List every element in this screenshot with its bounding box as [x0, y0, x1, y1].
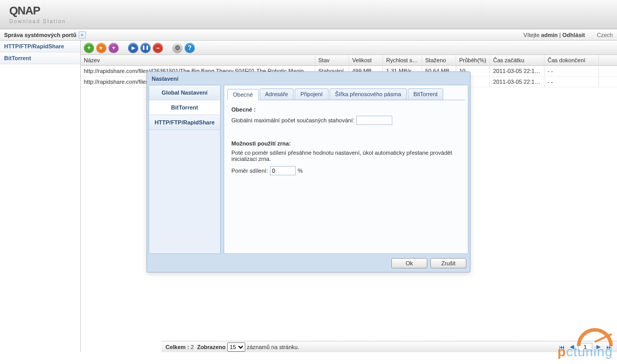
settings-dialog: Nastavení Global Nastavení BitTorrent HT…: [147, 71, 470, 272]
last-page-icon[interactable]: ⏭: [605, 343, 613, 351]
brand-logo: QNAP: [9, 4, 608, 17]
rss-icon[interactable]: ᯤ: [96, 43, 106, 53]
current-user: admin: [541, 32, 557, 38]
tab-bandwidth[interactable]: Šířka přenosového pásma: [330, 88, 407, 100]
col-speed[interactable]: Rychlost stahov...: [383, 55, 422, 65]
col-name[interactable]: Název: [81, 55, 315, 65]
sidebar-item-bittorrent[interactable]: BitTorrent: [0, 52, 80, 64]
share-ratio-input[interactable]: [270, 166, 296, 175]
records-suffix: záznamů na stránku.: [247, 344, 299, 350]
content-area: + ᯤ + ▶ ❚❚ – ⚙ ? Název Stav Velikost Ryc…: [81, 41, 617, 352]
ok-button[interactable]: Ok: [391, 258, 427, 268]
dialog-nav: Global Nastavení BitTorrent HTTP/FTP/Rap…: [149, 85, 221, 254]
collapse-sidebar-button[interactable]: «: [79, 31, 86, 39]
dialog-title: Nastavení: [149, 74, 468, 85]
toolbar: + ᯤ + ▶ ❚❚ – ⚙ ?: [81, 41, 617, 55]
add-url-icon[interactable]: +: [108, 43, 119, 53]
brand-subtitle: Download Station: [9, 19, 608, 24]
cell: - -: [545, 66, 599, 76]
shown-label: Zobrazeno: [197, 344, 226, 350]
page-number-input[interactable]: [578, 343, 592, 351]
dlg-nav-http[interactable]: HTTP/FTP/RapidShare: [149, 115, 220, 130]
settings-icon[interactable]: ⚙: [172, 43, 183, 53]
dialog-main: Obecné Adresáře Připojení Šířka přenosov…: [224, 85, 468, 254]
share-ratio-suffix: %: [298, 168, 303, 174]
app-header: QNAP Download Station: [0, 0, 617, 29]
dlg-nav-bittorrent[interactable]: BitTorrent: [149, 100, 220, 115]
tab-general[interactable]: Obecné: [227, 89, 259, 100]
tab-directories[interactable]: Adresáře: [260, 88, 294, 100]
page-size-select[interactable]: 15: [227, 342, 245, 352]
prev-page-icon[interactable]: ◀: [568, 343, 576, 351]
dialog-tabs: Obecné Adresáře Připojení Šířka přenosov…: [227, 88, 465, 100]
next-page-icon[interactable]: ▶: [594, 343, 603, 351]
total-label: Celkem :: [166, 344, 189, 350]
logout-link[interactable]: Odhlásit: [562, 32, 585, 38]
cell: - -: [545, 77, 599, 87]
table-header: Název Stav Velikost Rychlost stahov... S…: [81, 55, 617, 66]
cell: 2011-03-05 22:13:59: [490, 66, 545, 76]
add-icon[interactable]: +: [84, 43, 94, 53]
status-bar: Celkem : 2 Zobrazeno 15 záznamů na strán…: [161, 341, 617, 352]
remove-icon[interactable]: –: [153, 43, 163, 53]
sidebar: HTTP/FTP/RapidShare BitTorrent: [0, 41, 81, 352]
pause-icon[interactable]: ❚❚: [140, 43, 151, 53]
pager: ⏮ ◀ ▶ ⏭: [557, 343, 613, 351]
section-seed-title: Možnosti použití zrna:: [231, 140, 465, 147]
col-start[interactable]: Čas začátku: [490, 55, 545, 65]
cancel-button[interactable]: Zrušit: [430, 258, 466, 268]
play-icon[interactable]: ▶: [128, 43, 138, 53]
help-icon[interactable]: ?: [185, 43, 195, 53]
col-status[interactable]: Stav: [315, 55, 349, 65]
col-end[interactable]: Čas dokončení: [545, 55, 599, 65]
share-ratio-label: Poměr sdílení:: [231, 168, 268, 174]
panel-title: Správa systémových portů: [4, 32, 77, 38]
tab-bittorrent[interactable]: BitTorrent: [408, 88, 443, 100]
col-downloaded[interactable]: Staženo: [422, 55, 456, 65]
sidebar-item-http[interactable]: HTTP/FTP/RapidShare: [0, 41, 80, 52]
welcome-label: Vítejte: [523, 32, 541, 38]
first-page-icon[interactable]: ⏮: [557, 343, 566, 351]
cell: 2011-03-05 22:13:59: [490, 77, 545, 87]
total-value: 2: [191, 344, 194, 350]
section-general-title: Obecné :: [231, 106, 465, 113]
language-selector[interactable]: Czech: [597, 32, 613, 38]
max-downloads-label: Globální maximální počet současných stah…: [231, 117, 354, 123]
tab-connection[interactable]: Připojení: [295, 88, 328, 100]
col-size[interactable]: Velikost: [349, 55, 383, 65]
dlg-nav-global[interactable]: Global Nastavení: [149, 85, 220, 100]
col-progress[interactable]: Průběh(%): [456, 55, 490, 65]
max-downloads-input[interactable]: [356, 116, 392, 125]
separator: |: [558, 32, 562, 38]
top-bar: Správa systémových portů « Vítejte admin…: [0, 29, 617, 41]
section-seed-desc: Poté co poměr sdílení přesáhne hodnotu n…: [231, 150, 465, 162]
